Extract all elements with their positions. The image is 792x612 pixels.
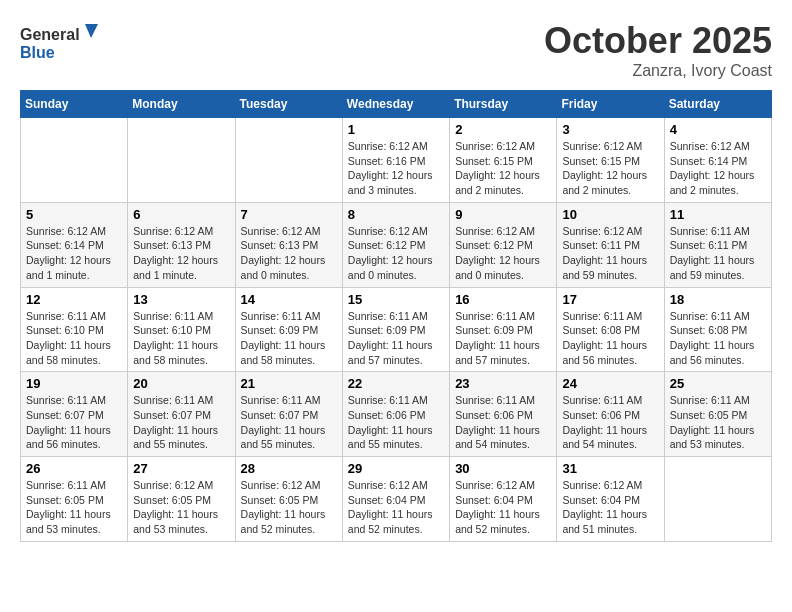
day-info: Sunrise: 6:11 AM Sunset: 6:05 PM Dayligh…: [26, 478, 122, 537]
svg-marker-2: [85, 24, 98, 38]
day-number: 27: [133, 461, 229, 476]
table-row: 19Sunrise: 6:11 AM Sunset: 6:07 PM Dayli…: [21, 372, 128, 457]
table-row: 3Sunrise: 6:12 AM Sunset: 6:15 PM Daylig…: [557, 118, 664, 203]
day-info: Sunrise: 6:11 AM Sunset: 6:10 PM Dayligh…: [133, 309, 229, 368]
day-info: Sunrise: 6:12 AM Sunset: 6:15 PM Dayligh…: [562, 139, 658, 198]
table-row: 24Sunrise: 6:11 AM Sunset: 6:06 PM Dayli…: [557, 372, 664, 457]
svg-text:General: General: [20, 26, 80, 43]
day-info: Sunrise: 6:12 AM Sunset: 6:13 PM Dayligh…: [133, 224, 229, 283]
day-info: Sunrise: 6:12 AM Sunset: 6:12 PM Dayligh…: [455, 224, 551, 283]
day-number: 30: [455, 461, 551, 476]
day-number: 2: [455, 122, 551, 137]
day-info: Sunrise: 6:11 AM Sunset: 6:06 PM Dayligh…: [455, 393, 551, 452]
day-info: Sunrise: 6:12 AM Sunset: 6:13 PM Dayligh…: [241, 224, 337, 283]
day-number: 5: [26, 207, 122, 222]
table-row: 16Sunrise: 6:11 AM Sunset: 6:09 PM Dayli…: [450, 287, 557, 372]
day-info: Sunrise: 6:12 AM Sunset: 6:14 PM Dayligh…: [670, 139, 766, 198]
logo: General Blue: [20, 20, 100, 65]
table-row: 6Sunrise: 6:12 AM Sunset: 6:13 PM Daylig…: [128, 202, 235, 287]
day-info: Sunrise: 6:11 AM Sunset: 6:05 PM Dayligh…: [670, 393, 766, 452]
day-number: 17: [562, 292, 658, 307]
calendar-week-row: 12Sunrise: 6:11 AM Sunset: 6:10 PM Dayli…: [21, 287, 772, 372]
day-info: Sunrise: 6:12 AM Sunset: 6:11 PM Dayligh…: [562, 224, 658, 283]
table-row: 28Sunrise: 6:12 AM Sunset: 6:05 PM Dayli…: [235, 457, 342, 542]
table-row: 26Sunrise: 6:11 AM Sunset: 6:05 PM Dayli…: [21, 457, 128, 542]
calendar-table: Sunday Monday Tuesday Wednesday Thursday…: [20, 90, 772, 542]
title-section: October 2025 Zanzra, Ivory Coast: [544, 20, 772, 80]
month-title: October 2025: [544, 20, 772, 62]
day-number: 15: [348, 292, 444, 307]
day-info: Sunrise: 6:12 AM Sunset: 6:04 PM Dayligh…: [455, 478, 551, 537]
table-row: [664, 457, 771, 542]
calendar-week-row: 1Sunrise: 6:12 AM Sunset: 6:16 PM Daylig…: [21, 118, 772, 203]
day-info: Sunrise: 6:12 AM Sunset: 6:16 PM Dayligh…: [348, 139, 444, 198]
header-wednesday: Wednesday: [342, 91, 449, 118]
day-number: 6: [133, 207, 229, 222]
day-info: Sunrise: 6:11 AM Sunset: 6:09 PM Dayligh…: [241, 309, 337, 368]
table-row: 22Sunrise: 6:11 AM Sunset: 6:06 PM Dayli…: [342, 372, 449, 457]
header-monday: Monday: [128, 91, 235, 118]
table-row: 5Sunrise: 6:12 AM Sunset: 6:14 PM Daylig…: [21, 202, 128, 287]
day-info: Sunrise: 6:12 AM Sunset: 6:04 PM Dayligh…: [562, 478, 658, 537]
day-info: Sunrise: 6:11 AM Sunset: 6:09 PM Dayligh…: [348, 309, 444, 368]
day-info: Sunrise: 6:11 AM Sunset: 6:08 PM Dayligh…: [670, 309, 766, 368]
table-row: 4Sunrise: 6:12 AM Sunset: 6:14 PM Daylig…: [664, 118, 771, 203]
table-row: [235, 118, 342, 203]
header-thursday: Thursday: [450, 91, 557, 118]
day-number: 29: [348, 461, 444, 476]
day-info: Sunrise: 6:11 AM Sunset: 6:10 PM Dayligh…: [26, 309, 122, 368]
header-friday: Friday: [557, 91, 664, 118]
table-row: 27Sunrise: 6:12 AM Sunset: 6:05 PM Dayli…: [128, 457, 235, 542]
table-row: 11Sunrise: 6:11 AM Sunset: 6:11 PM Dayli…: [664, 202, 771, 287]
table-row: [21, 118, 128, 203]
day-info: Sunrise: 6:11 AM Sunset: 6:07 PM Dayligh…: [133, 393, 229, 452]
day-number: 16: [455, 292, 551, 307]
header-tuesday: Tuesday: [235, 91, 342, 118]
calendar-week-row: 26Sunrise: 6:11 AM Sunset: 6:05 PM Dayli…: [21, 457, 772, 542]
day-number: 3: [562, 122, 658, 137]
day-number: 23: [455, 376, 551, 391]
page-header: General Blue October 2025 Zanzra, Ivory …: [20, 20, 772, 80]
day-number: 28: [241, 461, 337, 476]
table-row: 8Sunrise: 6:12 AM Sunset: 6:12 PM Daylig…: [342, 202, 449, 287]
calendar-week-row: 5Sunrise: 6:12 AM Sunset: 6:14 PM Daylig…: [21, 202, 772, 287]
header-sunday: Sunday: [21, 91, 128, 118]
day-number: 14: [241, 292, 337, 307]
table-row: 14Sunrise: 6:11 AM Sunset: 6:09 PM Dayli…: [235, 287, 342, 372]
day-number: 10: [562, 207, 658, 222]
day-info: Sunrise: 6:12 AM Sunset: 6:14 PM Dayligh…: [26, 224, 122, 283]
table-row: 29Sunrise: 6:12 AM Sunset: 6:04 PM Dayli…: [342, 457, 449, 542]
location: Zanzra, Ivory Coast: [544, 62, 772, 80]
day-number: 13: [133, 292, 229, 307]
day-number: 9: [455, 207, 551, 222]
day-number: 7: [241, 207, 337, 222]
day-info: Sunrise: 6:11 AM Sunset: 6:09 PM Dayligh…: [455, 309, 551, 368]
svg-text:Blue: Blue: [20, 44, 55, 61]
table-row: 9Sunrise: 6:12 AM Sunset: 6:12 PM Daylig…: [450, 202, 557, 287]
table-row: 15Sunrise: 6:11 AM Sunset: 6:09 PM Dayli…: [342, 287, 449, 372]
day-number: 1: [348, 122, 444, 137]
logo-svg: General Blue: [20, 20, 100, 65]
day-number: 4: [670, 122, 766, 137]
table-row: 18Sunrise: 6:11 AM Sunset: 6:08 PM Dayli…: [664, 287, 771, 372]
table-row: 2Sunrise: 6:12 AM Sunset: 6:15 PM Daylig…: [450, 118, 557, 203]
table-row: 17Sunrise: 6:11 AM Sunset: 6:08 PM Dayli…: [557, 287, 664, 372]
day-info: Sunrise: 6:12 AM Sunset: 6:05 PM Dayligh…: [241, 478, 337, 537]
day-info: Sunrise: 6:11 AM Sunset: 6:11 PM Dayligh…: [670, 224, 766, 283]
table-row: 20Sunrise: 6:11 AM Sunset: 6:07 PM Dayli…: [128, 372, 235, 457]
day-info: Sunrise: 6:12 AM Sunset: 6:12 PM Dayligh…: [348, 224, 444, 283]
day-number: 12: [26, 292, 122, 307]
table-row: 10Sunrise: 6:12 AM Sunset: 6:11 PM Dayli…: [557, 202, 664, 287]
header-saturday: Saturday: [664, 91, 771, 118]
day-number: 19: [26, 376, 122, 391]
day-number: 26: [26, 461, 122, 476]
day-number: 18: [670, 292, 766, 307]
table-row: [128, 118, 235, 203]
table-row: 1Sunrise: 6:12 AM Sunset: 6:16 PM Daylig…: [342, 118, 449, 203]
day-number: 11: [670, 207, 766, 222]
day-info: Sunrise: 6:11 AM Sunset: 6:07 PM Dayligh…: [241, 393, 337, 452]
calendar-header-row: Sunday Monday Tuesday Wednesday Thursday…: [21, 91, 772, 118]
day-number: 31: [562, 461, 658, 476]
day-number: 25: [670, 376, 766, 391]
table-row: 13Sunrise: 6:11 AM Sunset: 6:10 PM Dayli…: [128, 287, 235, 372]
